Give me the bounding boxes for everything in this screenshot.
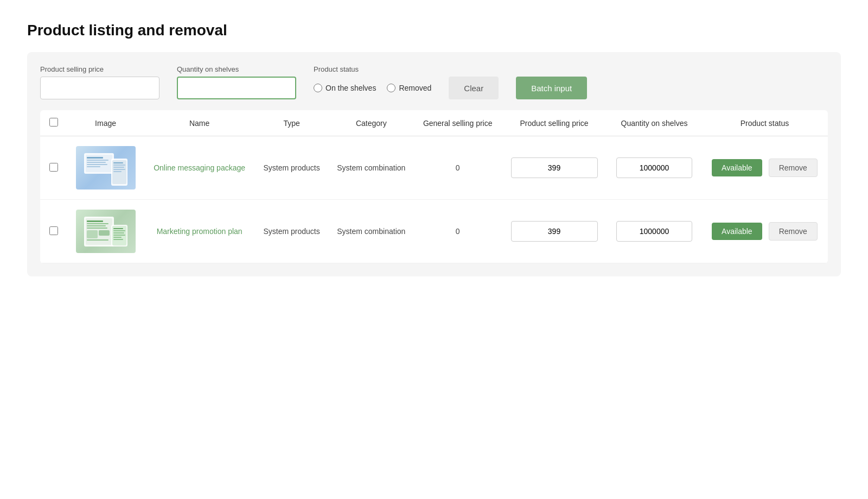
svg-rect-29	[113, 237, 122, 238]
row2-checkbox[interactable]	[49, 226, 58, 235]
svg-rect-22	[87, 239, 108, 241]
page-title: Product listing and removal	[27, 22, 841, 39]
row1-product-price-cell	[501, 136, 607, 200]
product-status-label: Product status	[314, 65, 431, 73]
th-checkbox	[40, 110, 67, 136]
row2-category-cell: System combination	[328, 200, 414, 263]
svg-rect-11	[113, 167, 124, 168]
row1-image-cell	[67, 136, 144, 200]
radio-on-shelves-item[interactable]: On the shelves	[314, 84, 376, 92]
svg-rect-13	[113, 171, 122, 172]
row1-available-button[interactable]: Available	[712, 159, 762, 176]
radio-on-shelves-label: On the shelves	[326, 84, 376, 92]
svg-rect-5	[87, 164, 107, 165]
products-table: Image Name Type Category General selling…	[40, 110, 828, 263]
svg-rect-27	[113, 232, 124, 233]
row1-checkbox[interactable]	[49, 163, 58, 172]
radio-removed-input[interactable]	[387, 84, 395, 92]
th-general-selling-price: General selling price	[414, 110, 501, 136]
row1-remove-button[interactable]: Remove	[769, 159, 818, 177]
row2-general-price: 0	[456, 227, 460, 236]
svg-rect-17	[87, 223, 108, 224]
table-row: Online messaging package System products…	[40, 136, 828, 200]
row2-category: System combination	[337, 227, 405, 236]
th-category: Category	[328, 110, 414, 136]
svg-rect-12	[113, 169, 125, 170]
th-quantity-on-shelves: Quantity on shelves	[607, 110, 701, 136]
th-name: Name	[144, 110, 255, 136]
row1-status-cell: Available Remove	[701, 136, 828, 200]
row2-name-cell: Marketing promotion plan	[144, 200, 255, 263]
row1-category-cell: System combination	[328, 136, 414, 200]
radio-removed-item[interactable]: Removed	[387, 84, 431, 92]
svg-rect-9	[113, 162, 123, 163]
svg-rect-4	[87, 162, 106, 163]
batch-input-button[interactable]: Batch input	[516, 77, 587, 99]
select-all-checkbox[interactable]	[49, 118, 58, 127]
table-header-row: Image Name Type Category General selling…	[40, 110, 828, 136]
row1-general-price-cell: 0	[414, 136, 501, 200]
row1-product-price-input[interactable]	[511, 157, 598, 178]
svg-rect-30	[113, 239, 123, 240]
table-row: Marketing promotion plan System products…	[40, 200, 828, 263]
row1-product-name[interactable]: Online messaging package	[154, 163, 245, 172]
row2-image-cell	[67, 200, 144, 263]
product-status-group: Product status On the shelves Removed	[314, 65, 431, 99]
svg-rect-18	[87, 225, 106, 226]
row1-qty-cell	[607, 136, 701, 200]
svg-rect-25	[113, 228, 123, 229]
row2-checkbox-cell	[40, 200, 67, 263]
products-table-wrapper: Image Name Type Category General selling…	[40, 110, 828, 263]
radio-on-shelves-input[interactable]	[314, 84, 322, 92]
row1-qty-input[interactable]	[616, 157, 692, 178]
radio-removed-label: Removed	[399, 84, 431, 92]
row1-name-cell: Online messaging package	[144, 136, 255, 200]
svg-rect-2	[87, 157, 103, 159]
svg-rect-16	[87, 220, 103, 222]
svg-rect-10	[113, 165, 125, 166]
row2-product-name[interactable]: Marketing promotion plan	[157, 227, 242, 236]
row1-type: System products	[263, 163, 320, 172]
quantity-on-shelves-input[interactable]	[177, 77, 296, 99]
row2-qty-cell	[607, 200, 701, 263]
svg-rect-19	[87, 228, 107, 229]
th-product-status: Product status	[701, 110, 828, 136]
row2-product-image	[76, 210, 136, 253]
row1-type-cell: System products	[255, 136, 328, 200]
product-status-radio-group: On the shelves Removed	[314, 77, 431, 99]
row2-action-group: Available Remove	[707, 222, 822, 241]
row2-product-price-cell	[501, 200, 607, 263]
row2-type-cell: System products	[255, 200, 328, 263]
th-product-selling-price: Product selling price	[501, 110, 607, 136]
row1-category: System combination	[337, 163, 405, 172]
row2-qty-input[interactable]	[616, 221, 692, 242]
row2-product-price-input[interactable]	[511, 221, 598, 242]
svg-rect-28	[113, 235, 125, 236]
online-messaging-svg	[81, 150, 130, 186]
clear-button[interactable]: Clear	[449, 77, 499, 99]
quantity-on-shelves-group: Quantity on shelves	[177, 65, 296, 99]
svg-rect-26	[113, 230, 125, 231]
svg-rect-3	[87, 160, 108, 161]
row2-available-button[interactable]: Available	[712, 223, 762, 240]
quantity-on-shelves-label: Quantity on shelves	[177, 65, 296, 73]
product-selling-price-input[interactable]	[40, 77, 159, 99]
svg-rect-6	[87, 166, 100, 167]
main-card: Product selling price Quantity on shelve…	[27, 52, 841, 276]
svg-rect-20	[87, 230, 98, 238]
row2-status-cell: Available Remove	[701, 200, 828, 263]
row1-checkbox-cell	[40, 136, 67, 200]
th-type: Type	[255, 110, 328, 136]
svg-rect-21	[99, 230, 110, 236]
row1-action-group: Available Remove	[707, 159, 822, 177]
product-selling-price-label: Product selling price	[40, 65, 159, 73]
filter-section: Product selling price Quantity on shelve…	[40, 65, 828, 99]
row1-general-price: 0	[456, 163, 460, 172]
row2-remove-button[interactable]: Remove	[769, 222, 818, 241]
marketing-svg	[81, 214, 130, 249]
row2-type: System products	[263, 227, 320, 236]
th-image: Image	[67, 110, 144, 136]
row1-product-image	[76, 146, 136, 190]
row2-general-price-cell: 0	[414, 200, 501, 263]
page-wrapper: Product listing and removal Product sell…	[0, 0, 868, 298]
